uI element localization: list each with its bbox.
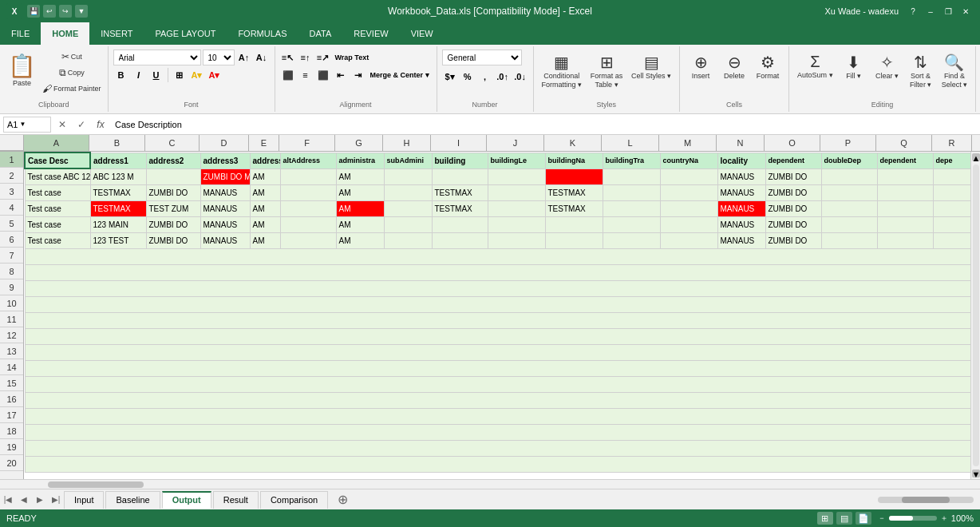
cell-q1[interactable]: dependent <box>877 153 933 168</box>
col-header-m[interactable]: M <box>659 135 717 151</box>
cell-i6[interactable] <box>432 232 488 248</box>
cell-e3[interactable]: AM <box>250 184 280 200</box>
cell-q4[interactable] <box>877 200 933 216</box>
cut-button[interactable]: ✂ Cut <box>41 50 103 64</box>
zoom-slider[interactable] <box>889 516 937 521</box>
cell-styles-button[interactable]: ▤ Cell Styles ▾ <box>628 50 674 84</box>
add-sheet-button[interactable]: ⊕ <box>333 492 352 508</box>
cell-d5[interactable]: MANAUS <box>200 216 250 232</box>
cell-g4[interactable]: AM <box>336 200 384 216</box>
find-select-button[interactable]: 🔍 Find &Select ▾ <box>939 50 971 93</box>
cell-f3[interactable] <box>280 184 336 200</box>
conditional-formatting-button[interactable]: ▦ ConditionalFormatting ▾ <box>539 50 586 93</box>
row-num-17[interactable]: 17 <box>0 407 23 423</box>
cell-c2[interactable] <box>146 168 200 184</box>
scroll-track[interactable] <box>973 164 979 466</box>
cell-l1[interactable]: buildingTra <box>603 153 660 168</box>
sheet-tab-output[interactable]: Output <box>162 491 211 509</box>
wrap-text-btn[interactable]: Wrap Text <box>333 50 372 65</box>
col-header-q[interactable]: Q <box>876 135 932 151</box>
minimize-btn[interactable]: – <box>923 5 939 18</box>
sheet-nav-first[interactable]: |◀ <box>0 492 16 508</box>
row-num-19[interactable]: 19 <box>0 439 23 455</box>
row-num-5[interactable]: 5 <box>0 216 23 232</box>
scroll-thumb-tabs[interactable] <box>902 497 950 503</box>
cell-q2[interactable] <box>877 168 933 184</box>
cell-a5[interactable]: Test case <box>25 216 90 232</box>
cell-p5[interactable] <box>821 216 877 232</box>
cell-a1[interactable]: Case Desc <box>25 153 90 168</box>
col-header-o[interactable]: O <box>765 135 820 151</box>
row-num-11[interactable]: 11 <box>0 311 23 327</box>
merge-center-btn[interactable]: Merge & Center ▾ <box>368 67 432 83</box>
cell-j4[interactable] <box>488 200 545 216</box>
sheet-tab-input[interactable]: Input <box>64 491 104 509</box>
tab-formulas[interactable]: FORMULAS <box>227 22 298 45</box>
cell-j1[interactable]: buildingLe <box>488 153 545 168</box>
cell-f6[interactable] <box>280 232 336 248</box>
border-button[interactable]: ⊞ <box>172 67 188 83</box>
cell-c4[interactable]: TEST ZUM <box>146 200 200 216</box>
cell-i4[interactable]: TESTMAX <box>432 200 488 216</box>
align-center-btn[interactable]: ≡ <box>298 67 314 83</box>
font-color-button[interactable]: A▾ <box>207 67 223 83</box>
copy-button[interactable]: ⧉ Copy <box>41 65 103 80</box>
tab-page-layout[interactable]: PAGE LAYOUT <box>144 22 227 45</box>
cell-o2[interactable]: ZUMBI DO <box>765 168 821 184</box>
formula-cancel-btn[interactable]: ✕ <box>54 117 70 133</box>
cell-f1[interactable]: altAddress <box>280 153 336 168</box>
decimal-decrease-btn[interactable]: .0↓ <box>512 69 528 85</box>
sheet-tab-result[interactable]: Result <box>213 491 259 509</box>
cell-a4[interactable]: Test case <box>25 200 90 216</box>
page-layout-view-btn[interactable]: ▤ <box>836 512 852 525</box>
indent-increase-btn[interactable]: ⇥ <box>350 67 366 83</box>
zoom-in-btn[interactable]: ＋ <box>940 513 948 524</box>
row-num-18[interactable]: 18 <box>0 423 23 439</box>
row-num-2[interactable]: 2 <box>0 168 23 184</box>
cell-o4[interactable]: ZUMBI DO <box>765 200 821 216</box>
cell-f2[interactable] <box>280 168 336 184</box>
cell-p3[interactable] <box>821 184 877 200</box>
cell-e6[interactable]: AM <box>250 232 280 248</box>
normal-view-btn[interactable]: ⊞ <box>817 512 833 525</box>
cell-r4[interactable] <box>933 200 970 216</box>
align-left-btn[interactable]: ⬛ <box>280 67 296 83</box>
row-num-8[interactable]: 8 <box>0 264 23 279</box>
cell-l5[interactable] <box>603 216 660 232</box>
cell-g3[interactable]: AM <box>336 184 384 200</box>
cell-l2[interactable] <box>603 168 660 184</box>
autosum-button[interactable]: Σ AutoSum ▾ <box>794 50 836 83</box>
fx-button[interactable]: fx <box>93 117 109 133</box>
cell-k4[interactable]: TESTMAX <box>545 200 603 216</box>
cell-n5[interactable]: MANAUS <box>717 216 765 232</box>
row-num-7[interactable]: 7 <box>0 248 23 264</box>
row-num-10[interactable]: 10 <box>0 295 23 311</box>
currency-btn[interactable]: $▾ <box>442 69 458 85</box>
cell-h5[interactable] <box>384 216 432 232</box>
cell-k5[interactable] <box>545 216 603 232</box>
cell-g2[interactable]: AM <box>336 168 384 184</box>
insert-button[interactable]: ⊕ Insert <box>685 50 717 84</box>
cell-c5[interactable]: ZUMBI DO <box>146 216 200 232</box>
row-num-12[interactable]: 12 <box>0 327 23 343</box>
cell-n3[interactable]: MANAUS <box>717 184 765 200</box>
cell-h6[interactable] <box>384 232 432 248</box>
cell-h4[interactable] <box>384 200 432 216</box>
tab-data[interactable]: DATA <box>298 22 343 45</box>
cell-j5[interactable] <box>488 216 545 232</box>
cell-m6[interactable] <box>660 232 717 248</box>
cell-p1[interactable]: doubleDep <box>821 153 877 168</box>
col-header-h[interactable]: H <box>383 135 431 151</box>
cell-c1[interactable]: address2 <box>146 153 200 168</box>
cell-o3[interactable]: ZUMBI DO <box>765 184 821 200</box>
formula-confirm-btn[interactable]: ✓ <box>73 117 89 133</box>
font-name-select[interactable]: Arial <box>113 50 201 65</box>
cell-p2[interactable] <box>821 168 877 184</box>
cell-e1[interactable]: address4 <box>250 153 280 168</box>
col-header-d[interactable]: D <box>200 135 249 151</box>
zoom-out-btn[interactable]: － <box>878 513 886 524</box>
cell-n6[interactable]: MANAUS <box>717 232 765 248</box>
tab-review[interactable]: REVIEW <box>342 22 399 45</box>
cell-i1[interactable]: building <box>432 153 488 168</box>
cell-o6[interactable]: ZUMBI DO <box>765 232 821 248</box>
